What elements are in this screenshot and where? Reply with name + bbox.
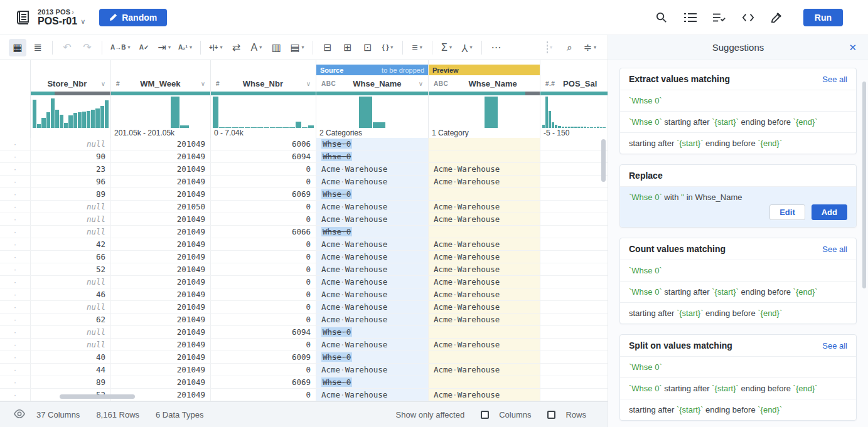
cell-name_prev[interactable]: Acme·Warehouse	[428, 314, 540, 325]
list-view-icon[interactable]: ≣	[29, 39, 46, 56]
visibility-icon[interactable]	[14, 409, 25, 420]
cell-week[interactable]: 201049	[110, 351, 210, 363]
cell-name_prev[interactable]	[428, 226, 540, 238]
cell-store[interactable]: null	[30, 326, 110, 338]
cell-name_src[interactable]: Acme·Warehouse	[316, 251, 428, 263]
cell-pos[interactable]	[540, 251, 608, 263]
row-handle[interactable]: ·	[0, 314, 30, 325]
column-header-name_src[interactable]: Sourceto be droppedABCWhse_Name∨2 Catego…	[316, 60, 428, 138]
columns-checkbox[interactable]	[481, 411, 489, 419]
pivot-icon[interactable]: ⊡	[359, 39, 377, 56]
matched-value[interactable]: Whse·0	[321, 152, 352, 161]
cell-week[interactable]: 201049	[110, 138, 210, 150]
suggestion-item[interactable]: `Whse 0` starting after `{start}` ending…	[620, 111, 856, 132]
cell-week[interactable]: 201049	[110, 163, 210, 175]
cell-pos[interactable]	[540, 301, 608, 313]
cell-week[interactable]: 201049	[110, 314, 210, 325]
transpose-icon[interactable]: ⊞	[339, 39, 356, 56]
grid-view-icon[interactable]: ▦	[9, 39, 26, 56]
cell-name_src[interactable]: Whse·0	[316, 376, 428, 388]
suggestion-item[interactable]: `Whse 0`	[620, 356, 856, 377]
column-histogram[interactable]	[540, 95, 608, 128]
flow-title[interactable]: POS-r01∨	[38, 16, 85, 27]
cell-whse[interactable]: 0	[210, 163, 316, 175]
cell-name_prev[interactable]: Acme·Warehouse	[428, 276, 540, 288]
row-handle[interactable]: ·	[0, 163, 30, 175]
cell-store[interactable]: 90	[30, 150, 110, 162]
cell-store[interactable]: 46	[30, 288, 110, 300]
cell-whse[interactable]: 0	[210, 288, 316, 300]
suggestion-item[interactable]: `Whse 0` with '' in Whse_NameEditAdd	[620, 186, 856, 227]
cell-store[interactable]: null	[30, 201, 110, 213]
cell-store[interactable]: 44	[30, 364, 110, 376]
row-handle[interactable]: ·	[0, 176, 30, 187]
suggestion-item[interactable]: `Whse 0`	[620, 260, 856, 281]
cell-pos[interactable]	[540, 263, 608, 275]
cell-name_prev[interactable]	[428, 351, 540, 363]
cell-pos[interactable]	[540, 213, 608, 225]
suggestion-item[interactable]: starting after `{start}` ending before `…	[620, 302, 856, 324]
aggregate-icon[interactable]: Σ▾	[438, 39, 456, 56]
cell-name_src[interactable]: Acme·Warehouse	[316, 339, 428, 351]
cell-store[interactable]: 89	[30, 188, 110, 200]
cell-store[interactable]: 40	[30, 351, 110, 363]
cell-pos[interactable]	[540, 201, 608, 213]
column-histogram[interactable]	[211, 95, 316, 128]
cell-pos[interactable]	[540, 339, 608, 351]
cell-store[interactable]: null	[30, 226, 110, 238]
row-handle[interactable]: ·	[0, 213, 30, 225]
column-histogram[interactable]	[429, 95, 540, 128]
cell-pos[interactable]	[540, 163, 608, 175]
cell-store[interactable]: 42	[30, 238, 110, 250]
column-title[interactable]: #WM_Week∨	[111, 75, 210, 92]
column-header-store[interactable]: Store_Nbr∨	[30, 60, 110, 138]
cell-name_prev[interactable]	[428, 326, 540, 338]
row-handle[interactable]: ·	[0, 188, 30, 200]
search-recipe-icon[interactable]: ⌕	[561, 39, 579, 56]
cell-name_prev[interactable]: Acme·Warehouse	[428, 364, 540, 376]
cell-week[interactable]: 201049	[110, 364, 210, 376]
cell-whse[interactable]: 6094	[210, 150, 316, 162]
more-icon[interactable]: ⋯	[488, 39, 505, 56]
cell-name_src[interactable]: Acme·Warehouse	[316, 163, 428, 175]
unpivot-icon[interactable]: ⊟	[319, 39, 336, 56]
cell-whse[interactable]: 6069	[210, 376, 316, 388]
cell-pos[interactable]	[540, 188, 608, 200]
data-quality-bar[interactable]	[211, 92, 316, 95]
row-handle[interactable]: ·	[0, 339, 30, 351]
add-button[interactable]: Add	[812, 204, 847, 220]
cell-week[interactable]: 201049	[110, 326, 210, 338]
matched-value[interactable]: Whse·0	[321, 189, 352, 199]
close-icon[interactable]: ✕	[849, 42, 857, 53]
cell-name_prev[interactable]	[428, 138, 540, 150]
row-handle[interactable]: ·	[0, 376, 30, 388]
column-header-name_prev[interactable]: PreviewABCWhse_Name1 Category	[428, 60, 540, 138]
cell-name_prev[interactable]: Acme·Warehouse	[428, 288, 540, 300]
data-quality-bar[interactable]	[316, 92, 428, 95]
cell-name_prev[interactable]: Acme·Warehouse	[428, 201, 540, 213]
cell-whse[interactable]: 0	[210, 213, 316, 225]
recipe-icon[interactable]	[15, 9, 31, 26]
vertical-scrollbar[interactable]	[601, 139, 606, 182]
cell-week[interactable]: 201049	[110, 263, 210, 275]
cell-store[interactable]: 89	[30, 376, 110, 388]
suggestion-item[interactable]: starting after `{start}` ending before `…	[620, 399, 856, 420]
cell-store[interactable]: 23	[30, 163, 110, 175]
cell-whse[interactable]: 0	[210, 389, 316, 401]
row-handle[interactable]: ·	[0, 288, 30, 300]
cell-name_src[interactable]: Acme·Warehouse	[316, 288, 428, 300]
horizontal-scrollbar[interactable]	[60, 394, 135, 399]
cell-name_src[interactable]: Acme·Warehouse	[316, 263, 428, 275]
column-header-whse[interactable]: #Whse_Nbr∨0 - 7.04k	[210, 60, 316, 138]
matched-value[interactable]: Whse·0	[321, 139, 352, 149]
cell-name_src[interactable]: Whse·0	[316, 351, 428, 363]
format-text-icon[interactable]: A▾	[247, 39, 265, 56]
cell-store[interactable]: null	[30, 213, 110, 225]
data-quality-bar[interactable]	[540, 92, 608, 95]
cell-store[interactable]: 66	[30, 251, 110, 263]
row-handle[interactable]: ·	[0, 263, 30, 275]
cell-name_prev[interactable]: Acme·Warehouse	[428, 389, 540, 401]
column-title[interactable]: #.#POS_Sal	[540, 75, 608, 92]
search-icon[interactable]	[655, 11, 668, 24]
cell-name_prev[interactable]: Acme·Warehouse	[428, 176, 540, 187]
